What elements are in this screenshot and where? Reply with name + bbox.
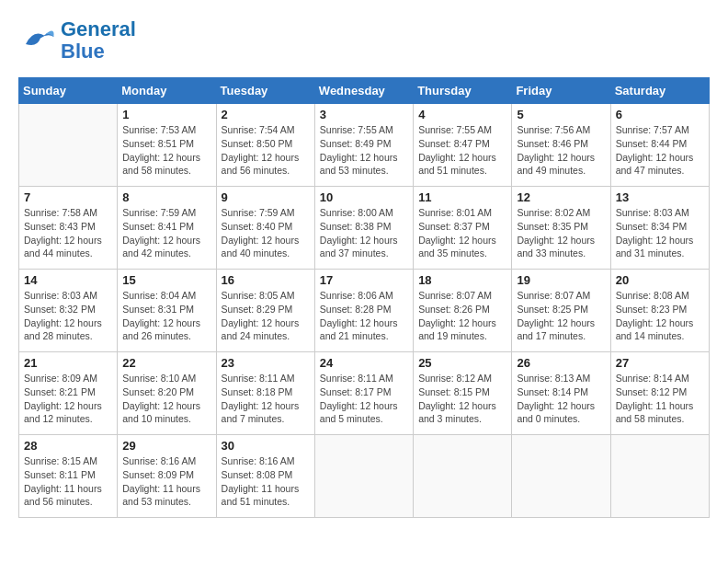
day-number: 26	[517, 356, 605, 370]
day-number: 8	[122, 190, 210, 204]
calendar-week-row: 14Sunrise: 8:03 AM Sunset: 8:32 PM Dayli…	[19, 270, 710, 352]
day-number: 22	[122, 356, 210, 370]
weekday-header: Thursday	[414, 78, 512, 104]
calendar-cell: 5Sunrise: 7:56 AM Sunset: 8:46 PM Daylig…	[512, 104, 610, 187]
day-info: Sunrise: 7:53 AM Sunset: 8:51 PM Dayligh…	[122, 123, 210, 178]
calendar-cell: 11Sunrise: 8:01 AM Sunset: 8:37 PM Dayli…	[414, 187, 512, 270]
day-number: 13	[616, 190, 704, 204]
calendar-week-row: 7Sunrise: 7:58 AM Sunset: 8:43 PM Daylig…	[19, 187, 710, 270]
day-info: Sunrise: 8:08 AM Sunset: 8:23 PM Dayligh…	[616, 289, 704, 343]
day-number: 9	[222, 190, 310, 204]
weekday-header: Sunday	[19, 78, 118, 104]
calendar-cell: 7Sunrise: 7:58 AM Sunset: 8:43 PM Daylig…	[19, 187, 118, 270]
day-number: 19	[517, 273, 605, 287]
day-info: Sunrise: 8:14 AM Sunset: 8:12 PM Dayligh…	[616, 372, 704, 426]
day-info: Sunrise: 8:02 AM Sunset: 8:35 PM Dayligh…	[517, 206, 605, 260]
day-info: Sunrise: 8:07 AM Sunset: 8:26 PM Dayligh…	[418, 289, 506, 343]
logo-text: General Blue	[61, 18, 136, 63]
calendar-table: SundayMondayTuesdayWednesdayThursdayFrid…	[18, 77, 710, 518]
day-number: 5	[517, 108, 605, 121]
day-number: 14	[24, 273, 112, 287]
day-info: Sunrise: 7:55 AM Sunset: 8:49 PM Dayligh…	[320, 123, 408, 178]
day-info: Sunrise: 8:07 AM Sunset: 8:25 PM Dayligh…	[517, 289, 605, 343]
day-number: 4	[418, 108, 506, 121]
day-info: Sunrise: 7:59 AM Sunset: 8:41 PM Dayligh…	[122, 206, 210, 260]
weekday-header: Friday	[512, 78, 610, 104]
weekday-header: Tuesday	[216, 78, 314, 104]
day-number: 24	[320, 356, 408, 370]
day-info: Sunrise: 7:56 AM Sunset: 8:46 PM Dayligh…	[517, 123, 605, 178]
day-info: Sunrise: 8:12 AM Sunset: 8:15 PM Dayligh…	[418, 372, 506, 426]
calendar-cell: 12Sunrise: 8:02 AM Sunset: 8:35 PM Dayli…	[512, 187, 610, 270]
day-number: 18	[418, 273, 506, 287]
day-info: Sunrise: 7:57 AM Sunset: 8:44 PM Dayligh…	[616, 123, 704, 178]
day-info: Sunrise: 8:13 AM Sunset: 8:14 PM Dayligh…	[517, 372, 605, 426]
day-info: Sunrise: 8:05 AM Sunset: 8:29 PM Dayligh…	[222, 289, 310, 343]
page-header: General Blue	[18, 18, 710, 63]
day-info: Sunrise: 8:16 AM Sunset: 8:09 PM Dayligh…	[122, 454, 210, 509]
weekday-header: Saturday	[610, 78, 709, 104]
calendar-cell: 13Sunrise: 8:03 AM Sunset: 8:34 PM Dayli…	[610, 187, 709, 270]
day-info: Sunrise: 8:06 AM Sunset: 8:28 PM Dayligh…	[320, 289, 408, 343]
day-number: 10	[320, 190, 408, 204]
calendar-cell: 21Sunrise: 8:09 AM Sunset: 8:21 PM Dayli…	[19, 352, 118, 435]
day-number: 28	[24, 439, 112, 453]
calendar-cell: 18Sunrise: 8:07 AM Sunset: 8:26 PM Dayli…	[414, 270, 512, 352]
calendar-week-row: 28Sunrise: 8:15 AM Sunset: 8:11 PM Dayli…	[19, 435, 710, 518]
calendar-cell: 9Sunrise: 7:59 AM Sunset: 8:40 PM Daylig…	[216, 187, 314, 270]
day-info: Sunrise: 8:03 AM Sunset: 8:34 PM Dayligh…	[616, 206, 704, 260]
day-info: Sunrise: 7:54 AM Sunset: 8:50 PM Dayligh…	[222, 123, 310, 178]
calendar-cell: 15Sunrise: 8:04 AM Sunset: 8:31 PM Dayli…	[118, 270, 216, 352]
calendar-cell: 23Sunrise: 8:11 AM Sunset: 8:18 PM Dayli…	[216, 352, 314, 435]
calendar-cell: 20Sunrise: 8:08 AM Sunset: 8:23 PM Dayli…	[610, 270, 709, 352]
day-info: Sunrise: 8:04 AM Sunset: 8:31 PM Dayligh…	[122, 289, 210, 343]
calendar-header: SundayMondayTuesdayWednesdayThursdayFrid…	[19, 78, 710, 104]
day-number: 15	[122, 273, 210, 287]
day-info: Sunrise: 8:10 AM Sunset: 8:20 PM Dayligh…	[122, 372, 210, 426]
day-number: 7	[24, 190, 112, 204]
day-info: Sunrise: 8:01 AM Sunset: 8:37 PM Dayligh…	[418, 206, 506, 260]
day-info: Sunrise: 8:11 AM Sunset: 8:18 PM Dayligh…	[222, 372, 310, 426]
calendar-cell: 29Sunrise: 8:16 AM Sunset: 8:09 PM Dayli…	[118, 435, 216, 518]
day-number: 21	[24, 356, 112, 370]
day-number: 2	[222, 108, 310, 121]
logo: General Blue	[18, 18, 136, 63]
calendar-cell: 16Sunrise: 8:05 AM Sunset: 8:29 PM Dayli…	[216, 270, 314, 352]
calendar-cell: 3Sunrise: 7:55 AM Sunset: 8:49 PM Daylig…	[314, 104, 413, 187]
calendar-cell	[314, 435, 413, 518]
day-info: Sunrise: 7:55 AM Sunset: 8:47 PM Dayligh…	[418, 123, 506, 178]
day-number: 12	[517, 190, 605, 204]
calendar-week-row: 21Sunrise: 8:09 AM Sunset: 8:21 PM Dayli…	[19, 352, 710, 435]
calendar-cell: 1Sunrise: 7:53 AM Sunset: 8:51 PM Daylig…	[118, 104, 216, 187]
day-number: 17	[320, 273, 408, 287]
day-number: 11	[418, 190, 506, 204]
calendar-cell: 30Sunrise: 8:16 AM Sunset: 8:08 PM Dayli…	[216, 435, 314, 518]
day-number: 25	[418, 356, 506, 370]
logo-icon	[18, 22, 55, 59]
day-number: 27	[616, 356, 704, 370]
day-info: Sunrise: 8:16 AM Sunset: 8:08 PM Dayligh…	[222, 454, 310, 509]
calendar-cell: 8Sunrise: 7:59 AM Sunset: 8:41 PM Daylig…	[118, 187, 216, 270]
calendar-cell: 27Sunrise: 8:14 AM Sunset: 8:12 PM Dayli…	[610, 352, 709, 435]
day-number: 3	[320, 108, 408, 121]
day-info: Sunrise: 7:58 AM Sunset: 8:43 PM Dayligh…	[24, 206, 112, 260]
calendar-week-row: 1Sunrise: 7:53 AM Sunset: 8:51 PM Daylig…	[19, 104, 710, 187]
calendar-cell: 24Sunrise: 8:11 AM Sunset: 8:17 PM Dayli…	[314, 352, 413, 435]
calendar-cell	[19, 104, 118, 187]
calendar-cell: 25Sunrise: 8:12 AM Sunset: 8:15 PM Dayli…	[414, 352, 512, 435]
calendar-cell: 4Sunrise: 7:55 AM Sunset: 8:47 PM Daylig…	[414, 104, 512, 187]
day-info: Sunrise: 8:11 AM Sunset: 8:17 PM Dayligh…	[320, 372, 408, 426]
day-info: Sunrise: 7:59 AM Sunset: 8:40 PM Dayligh…	[222, 206, 310, 260]
weekday-header: Monday	[118, 78, 216, 104]
day-number: 30	[222, 439, 310, 453]
calendar-cell	[610, 435, 709, 518]
calendar-cell: 17Sunrise: 8:06 AM Sunset: 8:28 PM Dayli…	[314, 270, 413, 352]
day-info: Sunrise: 8:09 AM Sunset: 8:21 PM Dayligh…	[24, 372, 112, 426]
day-number: 29	[122, 439, 210, 453]
calendar-cell: 19Sunrise: 8:07 AM Sunset: 8:25 PM Dayli…	[512, 270, 610, 352]
calendar-cell: 10Sunrise: 8:00 AM Sunset: 8:38 PM Dayli…	[314, 187, 413, 270]
calendar-cell: 28Sunrise: 8:15 AM Sunset: 8:11 PM Dayli…	[19, 435, 118, 518]
day-info: Sunrise: 8:00 AM Sunset: 8:38 PM Dayligh…	[320, 206, 408, 260]
day-info: Sunrise: 8:15 AM Sunset: 8:11 PM Dayligh…	[24, 454, 112, 509]
day-number: 1	[122, 108, 210, 121]
